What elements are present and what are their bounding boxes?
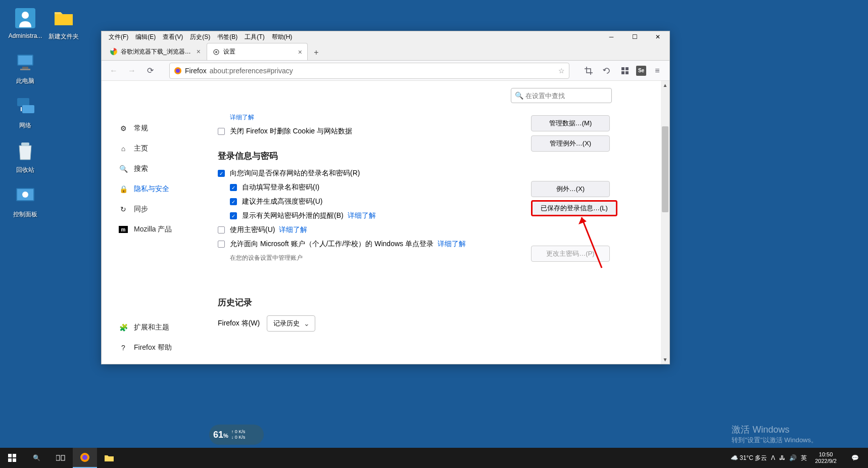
search-icon: 🔍 [119, 164, 128, 173]
checkbox-ms-sso[interactable] [218, 241, 225, 248]
task-view-button[interactable] [49, 448, 73, 468]
scroll-up-icon[interactable]: ▲ [661, 81, 669, 89]
url-bar[interactable]: Firefox about:preferences#privacy ☆ [169, 63, 569, 79]
saved-logins-button[interactable]: 已保存的登录信息…(L) [531, 200, 617, 216]
network-icon [13, 95, 37, 119]
gear-icon: ⚙ [119, 124, 128, 133]
menu-file[interactable]: 文件(F) [106, 32, 131, 42]
window-minimize[interactable]: ─ [600, 31, 623, 42]
undo-icon[interactable] [600, 64, 614, 78]
tab-settings[interactable]: 设置 × [207, 43, 308, 60]
desktop-icon-network[interactable]: 网络 [6, 95, 44, 130]
tab-bar: 谷歌浏览器下载_浏览器官网入口 × 设置 × + [102, 42, 669, 61]
change-master-button: 更改主密码…(P) [531, 246, 610, 262]
svg-rect-5 [22, 67, 28, 69]
logins-heading: 登录信息与密码 [218, 150, 639, 162]
checkbox-breach-alerts[interactable]: ✓ [230, 212, 237, 219]
svg-rect-6 [20, 69, 30, 70]
menu-help[interactable]: 帮助(H) [269, 32, 296, 42]
action-center-icon[interactable]: 💬 [845, 448, 865, 468]
sidebar-item-home[interactable]: ⌂ 主页 [114, 139, 208, 158]
scroll-thumb[interactable] [662, 126, 668, 212]
scroll-down-icon[interactable]: ▼ [661, 355, 669, 364]
manage-exceptions-button[interactable]: 管理例外…(X) [531, 135, 610, 152]
desktop-icon-thispc[interactable]: 此电脑 [6, 51, 44, 85]
menu-view[interactable]: 查看(V) [160, 32, 186, 42]
taskbar-explorer[interactable] [97, 448, 121, 468]
start-button[interactable] [0, 448, 24, 468]
ime-indicator[interactable]: 英 [801, 454, 807, 462]
reload-button[interactable]: ⟳ [143, 64, 157, 78]
lock-icon: 🔒 [119, 184, 128, 194]
svg-rect-20 [621, 67, 624, 70]
mozilla-icon: m [119, 226, 128, 233]
manage-data-button[interactable]: 管理数据…(M) [531, 115, 610, 131]
master-learn-more[interactable]: 详细了解 [279, 225, 307, 235]
crop-icon[interactable] [582, 64, 596, 78]
svg-point-33 [82, 455, 87, 460]
desktop-icon-controlpanel[interactable]: 控制面板 [6, 184, 44, 219]
toolbar: ← → ⟳ Firefox about:preferences#privacy … [102, 61, 669, 81]
menu-bookmarks[interactable]: 书签(B) [214, 32, 240, 42]
sync-icon: ↻ [119, 205, 128, 214]
svg-rect-10 [21, 143, 29, 146]
close-icon[interactable]: × [197, 48, 201, 56]
history-mode-dropdown[interactable]: 记录历史 [267, 315, 315, 332]
sidebar-item-extensions[interactable]: 🧩 扩展和主题 [114, 318, 177, 337]
sso-learn-more[interactable]: 详细了解 [438, 240, 466, 249]
bookmark-star-icon[interactable]: ☆ [558, 67, 565, 75]
grid-icon[interactable] [618, 64, 632, 78]
close-icon[interactable]: × [298, 48, 302, 56]
sidebar-item-search[interactable]: 🔍 搜索 [114, 160, 208, 178]
sidebar-item-mozilla[interactable]: m Mozilla 产品 [114, 220, 208, 239]
desktop-icon-admin[interactable]: Administra... [6, 6, 44, 39]
control-panel-icon [13, 184, 37, 208]
svg-rect-7 [17, 98, 29, 106]
desktop-icon-recycle[interactable]: 回收站 [6, 139, 44, 174]
recycle-icon [13, 139, 37, 164]
tab-chrome-download[interactable]: 谷歌浏览器下载_浏览器官网入口 × [105, 43, 206, 60]
tray-network-icon[interactable]: 🖧 [779, 454, 785, 461]
menu-tools[interactable]: 工具(T) [242, 32, 267, 42]
menu-history[interactable]: 历史(S) [187, 32, 213, 42]
exceptions-button[interactable]: 例外…(X) [531, 181, 610, 197]
desktop-icon-folder[interactable]: 新建文件夹 [44, 6, 83, 41]
history-heading: 历史记录 [218, 297, 639, 308]
search-button[interactable]: 🔍 [24, 448, 49, 468]
gear-icon [212, 48, 220, 56]
network-meter[interactable]: 61% ↑ 0 K/s ↓ 0 K/s [209, 425, 264, 445]
svg-rect-26 [8, 454, 12, 457]
selenium-icon[interactable]: Se [636, 66, 646, 76]
windows-watermark: 激活 Windows 转到"设置"以激活 Windows。 [732, 424, 817, 445]
checkbox-clear-cookies[interactable] [218, 128, 225, 135]
clock[interactable]: 10:50 2022/9/2 [811, 451, 841, 464]
back-button[interactable]: ← [107, 64, 121, 78]
help-icon: ? [119, 343, 128, 352]
window-maximize[interactable]: ☐ [623, 31, 646, 42]
svg-point-13 [22, 192, 28, 198]
svg-rect-4 [18, 56, 32, 65]
breach-learn-more[interactable]: 详细了解 [348, 211, 376, 220]
menubar: 文件(F) 编辑(E) 查看(V) 历史(S) 书签(B) 工具(T) 帮助(H… [102, 31, 669, 42]
svg-rect-21 [625, 67, 629, 70]
window-close[interactable]: ✕ [646, 31, 669, 42]
sidebar-item-general[interactable]: ⚙ 常规 [114, 119, 208, 137]
sidebar-item-sync[interactable]: ↻ 同步 [114, 200, 208, 218]
checkbox-master-password[interactable] [218, 226, 225, 233]
weather-widget[interactable]: ☁️ 31°C 多云 [731, 454, 767, 462]
sidebar-item-help[interactable]: ? Firefox 帮助 [114, 339, 177, 357]
checkbox-ask-save[interactable]: ✓ [218, 170, 225, 177]
tray-volume-icon[interactable]: 🔊 [789, 454, 797, 461]
checkbox-autofill[interactable]: ✓ [230, 184, 237, 191]
new-tab-button[interactable]: + [309, 45, 324, 60]
forward-button[interactable]: → [125, 64, 139, 78]
tray-chevron[interactable]: ᐱ [771, 454, 775, 461]
taskbar-firefox[interactable] [73, 448, 97, 468]
menu-icon[interactable]: ≡ [650, 64, 664, 78]
svg-point-1 [22, 12, 29, 19]
svg-rect-28 [8, 458, 12, 462]
scrollbar[interactable]: ▲ ▼ [661, 81, 669, 364]
sidebar-item-privacy[interactable]: 🔒 隐私与安全 [114, 180, 208, 198]
checkbox-suggest-strong[interactable]: ✓ [230, 198, 237, 205]
menu-edit[interactable]: 编辑(E) [132, 32, 159, 42]
